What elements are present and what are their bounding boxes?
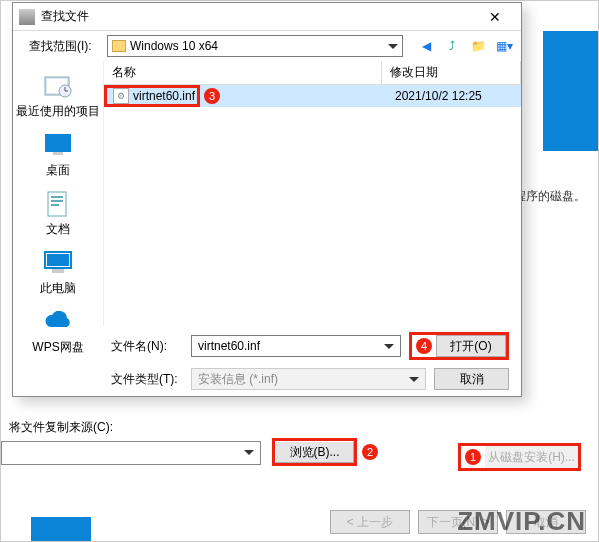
badge-3: 3 xyxy=(204,88,220,104)
svg-rect-10 xyxy=(47,254,69,266)
close-button[interactable]: ✕ xyxy=(475,7,515,27)
col-modified[interactable]: 修改日期 xyxy=(382,61,521,84)
folder-icon xyxy=(112,40,126,52)
view-icon[interactable]: ▦▾ xyxy=(495,37,513,55)
copy-source-combo[interactable] xyxy=(1,441,261,465)
badge-1: 1 xyxy=(465,449,481,465)
sidebar-item-label: WPS网盘 xyxy=(32,339,83,356)
new-folder-icon[interactable]: 📁 xyxy=(469,37,487,55)
computer-icon xyxy=(41,248,75,278)
bg-hint-text: 程序的磁盘。 xyxy=(514,188,586,205)
sidebar-item-label: 文档 xyxy=(46,221,70,238)
titlebar: 查找文件 ✕ xyxy=(13,3,521,31)
file-open-dialog: 查找文件 ✕ 查找范围(I): Windows 10 x64 ◀ ⤴ 📁 ▦▾ … xyxy=(12,2,522,397)
inf-file-icon: ⚙ xyxy=(113,88,129,104)
current-folder: Windows 10 x64 xyxy=(130,39,218,53)
desktop-icon xyxy=(41,130,75,160)
svg-rect-11 xyxy=(52,269,64,273)
prev-button[interactable]: < 上一步 xyxy=(330,510,410,534)
copy-source-label: 将文件复制来源(C): xyxy=(9,419,113,436)
sidebar-item-wps[interactable]: WPS网盘 xyxy=(13,303,103,360)
sidebar-item-label: 此电脑 xyxy=(40,280,76,297)
recent-icon xyxy=(41,71,75,101)
disk-install-button[interactable]: 从磁盘安装(H)... xyxy=(485,446,578,468)
badge-2: 2 xyxy=(362,444,378,460)
open-label: 打开(O) xyxy=(450,338,491,355)
open-button[interactable]: 打开(O) xyxy=(436,335,506,357)
file-name: virtnet60.inf xyxy=(133,89,195,103)
svg-rect-8 xyxy=(51,204,59,206)
file-row[interactable]: ⚙ virtnet60.inf 3 2021/10/2 12:25 xyxy=(104,85,521,107)
svg-rect-6 xyxy=(51,196,63,198)
filetype-label: 文件类型(T): xyxy=(111,371,183,388)
sidebar-item-recent[interactable]: 最近使用的项目 xyxy=(13,67,103,124)
col-name[interactable]: 名称 xyxy=(104,61,382,84)
filename-value: virtnet60.inf xyxy=(198,339,260,353)
blue-bottom-band xyxy=(31,517,91,541)
app-icon xyxy=(19,9,35,25)
file-list-area: 名称 修改日期 ⚙ virtnet60.inf 3 2021/10/2 12:2… xyxy=(103,61,521,326)
places-sidebar: 最近使用的项目 桌面 文档 此电脑 xyxy=(13,61,103,326)
svg-rect-7 xyxy=(51,200,63,202)
sidebar-item-label: 桌面 xyxy=(46,162,70,179)
sidebar-item-label: 最近使用的项目 xyxy=(16,103,100,120)
browse-button[interactable]: 浏览(B)... xyxy=(275,441,354,463)
body-area: 最近使用的项目 桌面 文档 此电脑 xyxy=(13,61,521,326)
back-icon[interactable]: ◀ xyxy=(417,37,435,55)
filename-label: 文件名(N): xyxy=(111,338,183,355)
column-headers: 名称 修改日期 xyxy=(104,61,521,85)
cancel-label: 取消 xyxy=(460,371,484,388)
lookin-combo[interactable]: Windows 10 x64 xyxy=(107,35,403,57)
svg-rect-4 xyxy=(53,152,63,155)
filetype-combo[interactable]: 安装信息 (*.inf) xyxy=(191,368,426,390)
sidebar-item-thispc[interactable]: 此电脑 xyxy=(13,244,103,301)
browse-annotation: 浏览(B)... xyxy=(272,438,357,466)
badge-4: 4 xyxy=(416,338,432,354)
file-list[interactable]: ⚙ virtnet60.inf 3 2021/10/2 12:25 xyxy=(104,85,521,326)
watermark: ZMVIP.CN xyxy=(457,506,586,537)
chevron-down-icon xyxy=(384,344,394,354)
dialog-title: 查找文件 xyxy=(41,8,475,25)
up-icon[interactable]: ⤴ xyxy=(443,37,461,55)
file-modified: 2021/10/2 12:25 xyxy=(391,89,521,103)
cancel-button[interactable]: 取消 xyxy=(434,368,509,390)
sidebar-item-documents[interactable]: 文档 xyxy=(13,185,103,242)
filetype-row: 文件类型(T): 安装信息 (*.inf) 取消 xyxy=(111,368,509,390)
file-name-annotation: ⚙ virtnet60.inf xyxy=(104,85,200,107)
blue-side-area xyxy=(543,31,598,151)
sidebar-item-desktop[interactable]: 桌面 xyxy=(13,126,103,183)
filename-input[interactable]: virtnet60.inf xyxy=(191,335,401,357)
browse-button-label: 浏览(B)... xyxy=(290,444,340,461)
cloud-icon xyxy=(41,307,75,337)
disk-install-annotation: 1 从磁盘安装(H)... xyxy=(458,443,581,471)
nav-icons: ◀ ⤴ 📁 ▦▾ xyxy=(409,37,513,55)
svg-rect-3 xyxy=(45,134,71,152)
lookin-row: 查找范围(I): Windows 10 x64 ◀ ⤴ 📁 ▦▾ xyxy=(13,31,521,61)
filename-row: 文件名(N): virtnet60.inf 4 打开(O) xyxy=(111,332,509,360)
open-annotation: 4 打开(O) xyxy=(409,332,509,360)
documents-icon xyxy=(41,189,75,219)
filetype-value: 安装信息 (*.inf) xyxy=(198,371,278,388)
chevron-down-icon xyxy=(409,377,419,387)
disk-install-label: 从磁盘安装(H)... xyxy=(488,449,575,466)
lookin-label: 查找范围(I): xyxy=(29,38,101,55)
chevron-down-icon xyxy=(388,44,398,54)
